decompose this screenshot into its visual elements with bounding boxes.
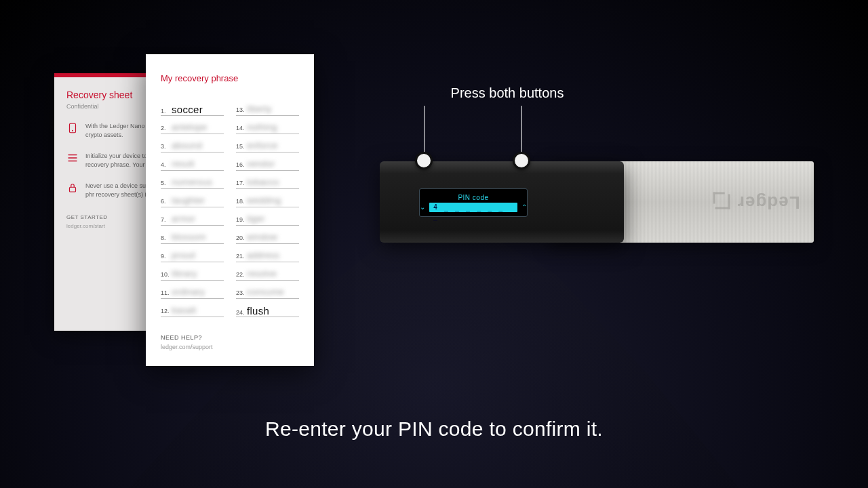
phrase-word: blossom: [172, 232, 206, 242]
phrase-word: proud: [172, 250, 195, 260]
svg-point-1: [72, 130, 73, 131]
phrase-line: 20.window: [236, 230, 299, 244]
phrase-line: 19.tiger: [236, 212, 299, 226]
phrase-word: liberty: [247, 104, 272, 114]
phrase-word: laughter: [172, 195, 205, 205]
phrase-word: soccer: [172, 104, 203, 115]
phrase-line: 15.enforce: [236, 139, 299, 152]
phrase-number: 10.: [161, 271, 172, 278]
callout-text: Press both buttons: [406, 85, 609, 101]
phrase-number: 7.: [161, 216, 172, 223]
list-icon: [66, 152, 79, 164]
recovery-phrase-card: My recovery phrase 1.soccer2.antelope3.a…: [146, 54, 314, 366]
phrase-word: flush: [247, 305, 269, 317]
phrase-number: 20.: [236, 235, 247, 241]
callout-lead-left: [424, 106, 425, 153]
phrase-word: result: [172, 159, 195, 169]
phrase-word: antelope: [172, 122, 207, 132]
phrase-line: 14.nothing: [236, 121, 299, 134]
ledger-device: Ledger PIN code ⌄ 4 _ _ _ _ _ _ _ ⌃: [380, 161, 814, 243]
phrase-word: ordinary: [172, 287, 205, 297]
phrase-word: resolve: [247, 268, 277, 279]
phrase-word: tobacco: [247, 177, 279, 187]
instruction-caption: Re-enter your PIN code to confirm it.: [0, 418, 868, 441]
phrase-number: 11.: [161, 289, 172, 296]
chevron-down-icon: ⌄: [420, 203, 425, 211]
phrase-line: 24.flush: [236, 304, 299, 317]
phrase-line: 9.proud: [161, 249, 224, 262]
phrase-line: 22.resolve: [236, 267, 299, 281]
svg-rect-0: [70, 123, 76, 133]
phrase-number: 18.: [236, 198, 247, 205]
phrase-word: window: [247, 232, 277, 242]
phrase-word: nothing: [247, 122, 277, 132]
phrase-number: 15.: [236, 143, 247, 150]
recovery-phrase-title: My recovery phrase: [161, 73, 299, 83]
phrase-number: 1.: [161, 108, 172, 115]
phrase-line: 21.address: [236, 249, 299, 262]
pin-display: 4 _ _ _ _ _ _ _: [429, 203, 517, 212]
phrase-word: enforce: [247, 140, 277, 150]
phrase-word: address: [247, 250, 279, 260]
phrase-word: basalt: [172, 305, 197, 315]
phrase-word: abound: [172, 140, 202, 150]
phrase-number: 21.: [236, 253, 247, 260]
phrase-number: 23.: [236, 289, 247, 296]
phrase-number: 13.: [236, 106, 247, 113]
phrase-word: vendor: [247, 159, 275, 169]
phrase-line: 6.laughter: [161, 194, 224, 207]
phrase-number: 9.: [161, 253, 172, 260]
phrase-number: 5.: [161, 180, 172, 186]
phrase-line: 7.armor: [161, 212, 224, 226]
phrase-line: 23.consume: [236, 285, 299, 299]
brand-text: Ledger: [737, 192, 800, 213]
device-body: PIN code ⌄ 4 _ _ _ _ _ _ _ ⌃: [380, 161, 624, 243]
phrase-line: 1.soccer: [161, 102, 224, 116]
phrase-word: tiger: [247, 214, 265, 224]
ledger-logo: Ledger: [715, 192, 800, 213]
phrase-number: 3.: [161, 143, 172, 150]
phrase-number: 6.: [161, 198, 172, 205]
phrase-number: 12.: [161, 308, 172, 314]
phrase-line: 8.blossom: [161, 230, 224, 244]
phrase-column-left: 1.soccer2.antelope3.abound4.result5.nume…: [161, 102, 224, 322]
phrase-number: 22.: [236, 271, 247, 278]
phrase-line: 5.numerous: [161, 176, 224, 189]
phrase-word: library: [172, 268, 197, 279]
phrase-word: armor: [172, 214, 195, 224]
phrase-line: 3.abound: [161, 139, 224, 152]
device-screen: PIN code ⌄ 4 _ _ _ _ _ _ _ ⌃: [419, 188, 528, 217]
button-callout: Press both buttons: [406, 85, 609, 101]
phrase-column-right: 13.liberty14.nothing15.enforce16.vendor1…: [236, 102, 299, 322]
device-icon: [66, 122, 79, 134]
callout-lead-right: [521, 106, 522, 153]
device-right-button[interactable]: [513, 152, 530, 169]
phrase-number: 14.: [236, 125, 247, 131]
screen-title: PIN code: [458, 194, 488, 201]
phrase-line: 12.basalt: [161, 304, 224, 317]
pin-entry-row: ⌄ 4 _ _ _ _ _ _ _ ⌃: [420, 203, 527, 212]
phrase-word: consume: [247, 287, 284, 297]
footer-label: NEED HELP?: [161, 334, 299, 341]
ledger-logo-icon: [715, 195, 730, 209]
phrase-number: 19.: [236, 216, 247, 223]
phrase-word: wedding: [247, 195, 281, 205]
phrase-line: 16.vendor: [236, 157, 299, 171]
phrase-line: 13.liberty: [236, 102, 299, 116]
svg-rect-2: [70, 187, 76, 192]
phrase-number: 8.: [161, 235, 172, 241]
phrase-line: 2.antelope: [161, 121, 224, 134]
recovery-phrase-footer: NEED HELP? ledger.com/support: [161, 334, 299, 350]
phrase-number: 4.: [161, 161, 172, 168]
phrase-number: 24.: [236, 309, 247, 316]
device-left-button[interactable]: [415, 152, 433, 169]
phrase-line: 11.ordinary: [161, 285, 224, 299]
footer-url: ledger.com/support: [161, 344, 299, 350]
chevron-up-icon: ⌃: [521, 203, 527, 211]
phrase-number: 17.: [236, 180, 247, 186]
phrase-line: 17.tobacco: [236, 176, 299, 189]
phrase-word: numerous: [172, 177, 212, 187]
phrase-number: 2.: [161, 125, 172, 131]
lock-icon: [66, 182, 79, 194]
phrase-line: 10.library: [161, 267, 224, 281]
